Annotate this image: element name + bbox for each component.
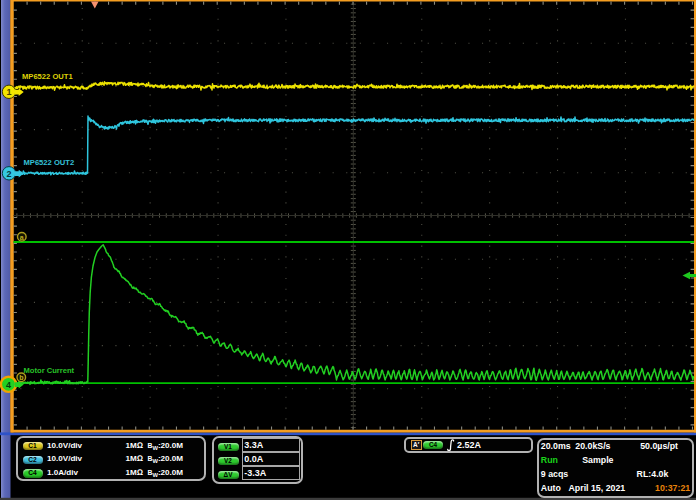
- svg-text:2: 2: [6, 169, 11, 179]
- svg-text:a: a: [20, 234, 24, 241]
- svg-text:b: b: [19, 374, 23, 381]
- svg-text:4: 4: [6, 380, 11, 390]
- svg-text:MP6522 OUT2: MP6522 OUT2: [24, 158, 75, 167]
- svg-text:Motor Current: Motor Current: [24, 366, 75, 375]
- svg-text:MP6522 OUT1: MP6522 OUT1: [22, 72, 73, 81]
- svg-text:1: 1: [6, 87, 11, 97]
